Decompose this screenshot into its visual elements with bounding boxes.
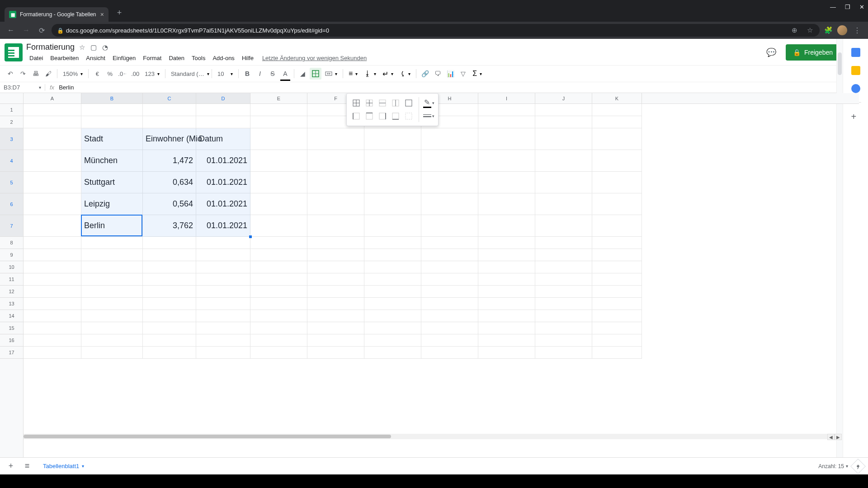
cell-H11[interactable] bbox=[421, 273, 478, 286]
window-maximize[interactable]: ❐ bbox=[845, 4, 850, 10]
cell-B8[interactable] bbox=[81, 237, 143, 249]
cell-F9[interactable] bbox=[307, 249, 364, 261]
borders-button[interactable] bbox=[310, 68, 321, 80]
cell-F11[interactable] bbox=[307, 273, 364, 286]
cell-J1[interactable] bbox=[535, 104, 592, 116]
menu-datei[interactable]: Datei bbox=[26, 54, 46, 62]
cell-J5[interactable] bbox=[535, 172, 592, 193]
bold-button[interactable]: B bbox=[241, 68, 253, 80]
currency-button[interactable]: € bbox=[91, 68, 103, 80]
status-count[interactable]: Anzahl: 15▾ bbox=[818, 463, 848, 469]
cell-B1[interactable] bbox=[81, 104, 143, 116]
cell-G15[interactable] bbox=[364, 322, 421, 334]
text-color-button[interactable]: A bbox=[279, 68, 291, 80]
cell-C9[interactable] bbox=[143, 249, 196, 261]
row-header-10[interactable]: 10 bbox=[0, 261, 23, 273]
cell-I9[interactable] bbox=[478, 249, 535, 261]
functions-button[interactable]: Σ▾ bbox=[470, 70, 485, 78]
cell-D12[interactable] bbox=[196, 286, 250, 298]
col-header-i[interactable]: I bbox=[478, 93, 535, 103]
share-button[interactable]: 🔒 Freigeben bbox=[786, 44, 840, 61]
cell-A16[interactable] bbox=[24, 334, 81, 347]
cell-K10[interactable] bbox=[592, 261, 642, 273]
cell-F8[interactable] bbox=[307, 237, 364, 249]
cell-J17[interactable] bbox=[535, 347, 592, 359]
cell-I7[interactable] bbox=[478, 215, 535, 237]
cell-H4[interactable] bbox=[421, 150, 478, 172]
cell-C3[interactable]: Einwohner (Mio bbox=[143, 128, 196, 150]
zoom-select[interactable]: 150%▾ bbox=[60, 70, 85, 77]
col-header-a[interactable]: A bbox=[24, 93, 81, 103]
cell-B5[interactable]: Stuttgart bbox=[81, 172, 143, 193]
border-top-button[interactable] bbox=[363, 110, 375, 122]
cell-K11[interactable] bbox=[592, 273, 642, 286]
cell-B2[interactable] bbox=[81, 116, 143, 128]
cell-H14[interactable] bbox=[421, 310, 478, 322]
cell-D13[interactable] bbox=[196, 298, 250, 310]
menu-hilfe[interactable]: Hilfe bbox=[239, 54, 257, 62]
cell-J16[interactable] bbox=[535, 334, 592, 347]
cell-G11[interactable] bbox=[364, 273, 421, 286]
cell-E11[interactable] bbox=[250, 273, 307, 286]
cell-E17[interactable] bbox=[250, 347, 307, 359]
cell-D8[interactable] bbox=[196, 237, 250, 249]
cell-C7[interactable]: 3,762 bbox=[143, 215, 196, 237]
cell-I6[interactable] bbox=[478, 193, 535, 215]
number-format-select[interactable]: 123▾ bbox=[142, 70, 162, 77]
cell-H16[interactable] bbox=[421, 334, 478, 347]
cell-E14[interactable] bbox=[250, 310, 307, 322]
cell-G5[interactable] bbox=[364, 172, 421, 193]
comments-button[interactable]: 💬 bbox=[763, 44, 779, 61]
menu-addons[interactable]: Add-ons bbox=[209, 54, 237, 62]
cell-D6[interactable]: 01.01.2021 bbox=[196, 193, 250, 215]
cell-C14[interactable] bbox=[143, 310, 196, 322]
merge-cells-button[interactable]: ▾ bbox=[322, 70, 340, 77]
cell-E8[interactable] bbox=[250, 237, 307, 249]
cell-H13[interactable] bbox=[421, 298, 478, 310]
row-header-16[interactable]: 16 bbox=[0, 334, 23, 347]
menu-einfuegen[interactable]: Einfügen bbox=[109, 54, 139, 62]
cell-I13[interactable] bbox=[478, 298, 535, 310]
cell-H10[interactable] bbox=[421, 261, 478, 273]
cell-F4[interactable] bbox=[307, 150, 364, 172]
cell-A12[interactable] bbox=[24, 286, 81, 298]
cell-B11[interactable] bbox=[81, 273, 143, 286]
cell-G17[interactable] bbox=[364, 347, 421, 359]
border-bottom-button[interactable] bbox=[390, 110, 401, 122]
cell-D11[interactable] bbox=[196, 273, 250, 286]
row-header-17[interactable]: 17 bbox=[0, 347, 23, 359]
cell-H7[interactable] bbox=[421, 215, 478, 237]
cell-C16[interactable] bbox=[143, 334, 196, 347]
close-tab-icon[interactable]: × bbox=[100, 11, 104, 18]
cell-E2[interactable] bbox=[250, 116, 307, 128]
row-header-12[interactable]: 12 bbox=[0, 286, 23, 298]
cell-F12[interactable] bbox=[307, 286, 364, 298]
name-box[interactable]: B3:D7 ▾ bbox=[0, 84, 45, 91]
italic-button[interactable]: I bbox=[254, 68, 266, 80]
extensions-icon[interactable]: 🧩 bbox=[824, 26, 833, 34]
col-header-j[interactable]: J bbox=[535, 93, 592, 103]
cell-H5[interactable] bbox=[421, 172, 478, 193]
cell-D9[interactable] bbox=[196, 249, 250, 261]
cell-K3[interactable] bbox=[592, 128, 642, 150]
menu-tools[interactable]: Tools bbox=[189, 54, 208, 62]
cell-C5[interactable]: 0,634 bbox=[143, 172, 196, 193]
cell-D3[interactable]: Datum bbox=[196, 128, 250, 150]
profile-avatar[interactable] bbox=[837, 25, 847, 35]
cell-K15[interactable] bbox=[592, 322, 642, 334]
link-button[interactable]: 🔗 bbox=[419, 68, 431, 80]
paint-format-button[interactable]: 🖌 bbox=[42, 68, 54, 80]
wrap-button[interactable]: ↵▾ bbox=[380, 70, 396, 78]
zoom-icon[interactable]: ⊕ bbox=[790, 26, 799, 35]
menu-ansicht[interactable]: Ansicht bbox=[83, 54, 108, 62]
cell-H3[interactable] bbox=[421, 128, 478, 150]
cell-E6[interactable] bbox=[250, 193, 307, 215]
cell-I10[interactable] bbox=[478, 261, 535, 273]
cell-A14[interactable] bbox=[24, 310, 81, 322]
cell-B16[interactable] bbox=[81, 334, 143, 347]
cell-F3[interactable] bbox=[307, 128, 364, 150]
cell-B14[interactable] bbox=[81, 310, 143, 322]
cell-F13[interactable] bbox=[307, 298, 364, 310]
row-header-2[interactable]: 2 bbox=[0, 116, 23, 128]
reload-button[interactable]: ⟳ bbox=[36, 25, 47, 36]
